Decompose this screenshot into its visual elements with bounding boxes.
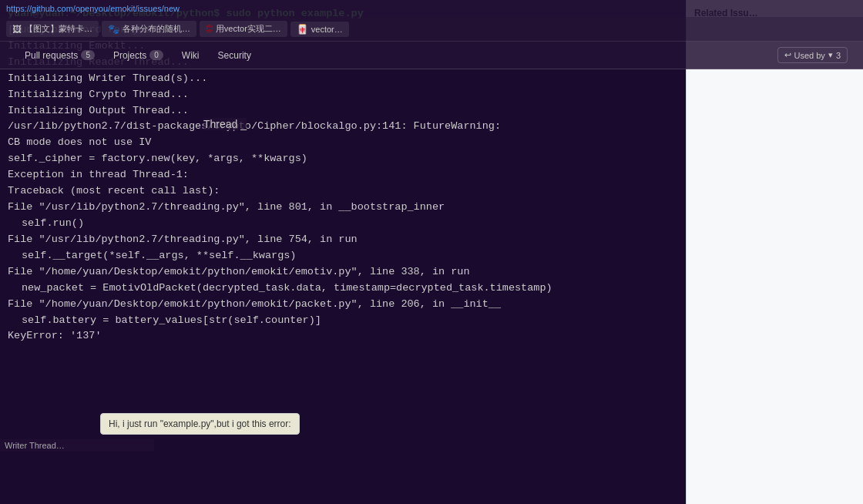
repo-nav-wiki-label: Wiki — [182, 50, 200, 61]
thread-label: Thread _ — [203, 118, 247, 130]
bookmark-item-3[interactable]: 🀄 vector… — [290, 22, 349, 37]
top-nav: https://github.com/openyou/emokit/issues… — [0, 0, 863, 17]
terminal-line-17: new_packet = EmotivOldPacket(decrypted_t… — [8, 282, 552, 294]
terminal-line-15: self.__target(*self.__args, **self.__kwa… — [8, 250, 296, 261]
bookmark-icon-1: 🐾 — [108, 24, 119, 35]
terminal-line-14: File "/usr/lib/python2.7/threading.py", … — [8, 234, 358, 245]
terminal-line-12: File "/usr/lib/python2.7/threading.py", … — [8, 201, 445, 213]
terminal-line-10: Exception in thread Thread-1: — [8, 169, 189, 180]
bookmark-label-0: 【图文】蒙特卡… — [25, 23, 92, 35]
bookmark-item-1[interactable]: 🐾 各种分布的随机… — [102, 21, 196, 37]
issue-comment: Hi, i just run "example.py",but i got th… — [100, 413, 300, 435]
bookmark-item-2[interactable]: © 用vector实现二… — [200, 21, 287, 37]
bookmark-label-3: vector… — [311, 25, 343, 34]
terminal-line-16: File "/home/yuan/Desktop/emokit/python/e… — [8, 266, 470, 277]
terminal-line-13: self.run() — [8, 217, 84, 229]
repo-nav-security-label: Security — [218, 50, 251, 61]
bookmark-label-2: 用vector实现二… — [216, 23, 281, 35]
terminal-line-6: Initializing Output Thread... — [8, 105, 189, 116]
terminal-line-5: Initializing Crypto Thread... — [8, 89, 189, 100]
used-by-button[interactable]: ↩ Used by ▾ 3 — [777, 47, 848, 63]
terminal-line-18: File "/home/yuan/Desktop/emokit/python/e… — [8, 298, 501, 310]
bookmark-icon-2: © — [206, 24, 213, 35]
bookmark-bar: 🖼 【图文】蒙特卡… 🐾 各种分布的随机… © 用vector实现二… 🀄 ve… — [0, 17, 863, 42]
bookmark-icon-3: 🀄 — [297, 24, 308, 35]
terminal-line-7: /usr/lib/python2.7/dist-packages/Crypto/… — [8, 120, 501, 132]
chevron-down-icon: ▾ — [828, 50, 833, 60]
bookmark-label-1: 各种分布的随机… — [123, 23, 190, 35]
repo-nav: Pull requests 5 Projects 0 Wiki Security… — [0, 42, 863, 69]
used-by-icon: ↩ — [784, 50, 791, 60]
repo-nav-security[interactable]: Security — [209, 44, 260, 67]
terminal-line-11: Traceback (most recent call last): — [8, 185, 220, 197]
bookmark-icon-0: 🖼 — [12, 24, 22, 35]
repo-nav-pr-label: Pull requests — [25, 50, 78, 61]
repo-nav-pull-requests[interactable]: Pull requests 5 — [15, 44, 104, 67]
terminal-line-20: KeyError: '137' — [8, 330, 102, 341]
url-bar[interactable]: https://github.com/openyou/emokit/issues… — [6, 4, 180, 13]
repo-nav-projects[interactable]: Projects 0 — [104, 44, 173, 67]
repo-nav-pr-badge: 5 — [81, 50, 95, 60]
repo-nav-projects-label: Projects — [113, 50, 146, 61]
repo-nav-projects-badge: 0 — [149, 50, 163, 60]
terminal-line-19: self.battery = battery_values[str(self.c… — [8, 314, 321, 326]
repo-nav-wiki[interactable]: Wiki — [173, 44, 209, 67]
bookmark-item-0[interactable]: 🖼 【图文】蒙特卡… — [6, 21, 99, 37]
used-by-label: Used by — [794, 51, 825, 60]
terminal-line-8: CB mode does not use IV — [8, 136, 151, 148]
right-panel: Related Issu… — [686, 0, 863, 504]
used-by-count: 3 — [836, 51, 841, 60]
terminal-line-4: Initializing Writer Thread(s)... — [8, 72, 207, 84]
terminal-line-9: self._cipher = factory.new(key, *args, *… — [8, 153, 307, 164]
writer-thread-overlay: Writer Thread… — [0, 439, 154, 452]
